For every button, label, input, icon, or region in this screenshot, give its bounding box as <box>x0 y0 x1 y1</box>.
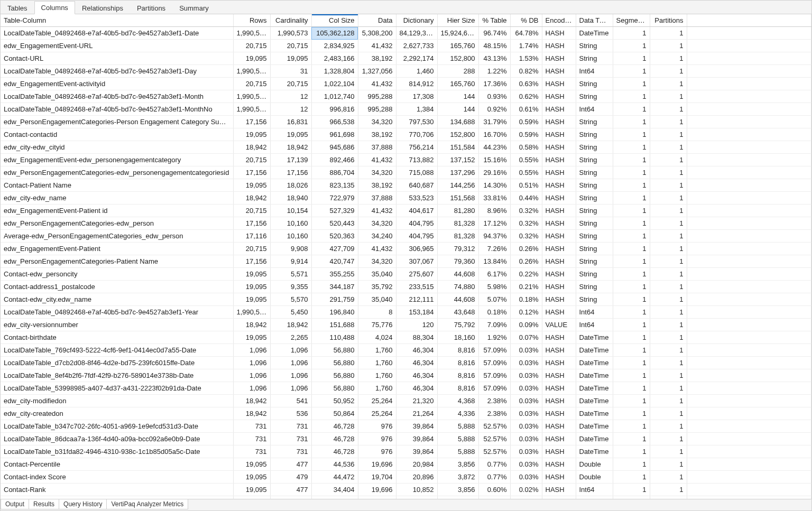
cell-data[interactable]: 38,192 <box>358 52 396 65</box>
cell-pdb[interactable]: 0.22% <box>510 268 542 281</box>
cell-card[interactable]: 19,095 <box>270 128 311 141</box>
cell-dt[interactable]: Int64 <box>576 306 613 319</box>
cell-dict[interactable]: 153,184 <box>396 306 437 319</box>
cell-part[interactable]: 1 <box>650 281 687 293</box>
cell-name[interactable]: LocalDateTable_86dcaa7a-136f-4d40-a09a-b… <box>1 433 233 445</box>
table-row[interactable]: Contact-edw_personcity19,0955,571355,255… <box>1 268 811 281</box>
cell-data[interactable]: 34,320 <box>358 217 396 230</box>
cell-dt[interactable]: String <box>576 90 613 103</box>
cell-data[interactable]: 1,327,056 <box>358 65 396 78</box>
cell-col_size[interactable]: 427,709 <box>311 243 358 255</box>
cell-dt[interactable]: String <box>576 293 613 306</box>
cell-part[interactable]: 1 <box>650 192 687 205</box>
table-row[interactable]: edw_EngagementEvent-activityid20,71520,7… <box>1 78 811 90</box>
cell-dict[interactable]: 1,460 <box>396 65 437 78</box>
cell-card[interactable]: 31 <box>270 65 311 78</box>
table-row[interactable]: Average-edw_PersonEngagementCategories_e… <box>1 230 811 243</box>
cell-hier[interactable]: 5,888 <box>437 445 478 458</box>
cell-rows[interactable]: 17,116 <box>233 230 270 243</box>
cell-card[interactable]: 731 <box>270 420 311 433</box>
cell-col_size[interactable]: 961,698 <box>311 128 358 141</box>
cell-dt[interactable]: String <box>576 40 613 52</box>
cell-enc[interactable]: HASH <box>542 40 576 52</box>
bottom-tab-query-history[interactable]: Query History <box>59 499 107 509</box>
cell-fill[interactable] <box>687 65 811 78</box>
cell-dt[interactable]: DateTime <box>576 331 613 344</box>
bottom-tab-results[interactable]: Results <box>29 499 59 509</box>
cell-name[interactable]: edw_city-edw_name <box>1 192 233 205</box>
cell-enc[interactable]: HASH <box>542 166 576 179</box>
cell-fill[interactable] <box>687 471 811 484</box>
cell-pdb[interactable]: 0.58% <box>510 141 542 154</box>
cell-col_size[interactable]: 291,759 <box>311 293 358 306</box>
cell-ptab[interactable]: 0.77% <box>478 458 510 471</box>
cell-card[interactable]: 479 <box>270 471 311 484</box>
cell-fill[interactable] <box>687 357 811 369</box>
table-row[interactable]: edw_city-edw_name18,94218,940722,97937,8… <box>1 192 811 205</box>
cell-rows[interactable]: 17,156 <box>233 217 270 230</box>
cell-part[interactable]: 1 <box>650 78 687 90</box>
cell-fill[interactable] <box>687 230 811 243</box>
cell-rows[interactable]: 1,990,573 <box>233 65 270 78</box>
cell-data[interactable]: 1,760 <box>358 357 396 369</box>
cell-card[interactable]: 731 <box>270 433 311 445</box>
cell-rows[interactable]: 1,990,573 <box>233 90 270 103</box>
cell-col_size[interactable]: 34,404 <box>311 484 358 496</box>
cell-part[interactable]: 1 <box>650 420 687 433</box>
cell-name[interactable]: Contact-contactid <box>1 128 233 141</box>
cell-dict[interactable]: 306,965 <box>396 243 437 255</box>
cell-dict[interactable]: 1,384 <box>396 103 437 116</box>
cell-part[interactable]: 1 <box>650 382 687 395</box>
cell-enc[interactable]: HASH <box>542 205 576 217</box>
cell-card[interactable]: 1,990,573 <box>270 27 311 40</box>
cell-pdb[interactable]: 0.03% <box>510 420 542 433</box>
cell-name[interactable]: LocalDateTable_04892468-e7af-40b5-bd7c-9… <box>1 90 233 103</box>
cell-card[interactable]: 18,942 <box>270 141 311 154</box>
cell-fill[interactable] <box>687 420 811 433</box>
cell-card[interactable]: 17,139 <box>270 154 311 166</box>
cell-enc[interactable]: HASH <box>542 128 576 141</box>
cell-ptab[interactable]: 43.13% <box>478 52 510 65</box>
cell-name[interactable]: Average-edw_PersonEngagementCategories_e… <box>1 230 233 243</box>
table-row[interactable]: Contact-birthdate19,0952,265110,4884,024… <box>1 331 811 344</box>
cell-seg[interactable]: 1 <box>613 306 650 319</box>
cell-data[interactable]: 5,308,200 <box>358 27 396 40</box>
cell-card[interactable]: 5,450 <box>270 306 311 319</box>
cell-pdb[interactable]: 0.32% <box>510 205 542 217</box>
cell-hier[interactable]: 8,816 <box>437 344 478 357</box>
cell-ptab[interactable]: 57.09% <box>478 344 510 357</box>
cell-hier[interactable]: 165,760 <box>437 78 478 90</box>
cell-ptab[interactable]: 57.09% <box>478 369 510 382</box>
header-partitions[interactable]: Partitions <box>650 14 687 27</box>
cell-fill[interactable] <box>687 205 811 217</box>
cell-name[interactable]: LocalDateTable_04892468-e7af-40b5-bd7c-9… <box>1 103 233 116</box>
cell-dt[interactable]: DateTime <box>576 27 613 40</box>
cell-card[interactable]: 9,355 <box>270 281 311 293</box>
cell-dt[interactable]: DateTime <box>576 407 613 420</box>
cell-pdb[interactable]: 0.62% <box>510 90 542 103</box>
cell-part[interactable]: 1 <box>650 205 687 217</box>
cell-fill[interactable] <box>687 141 811 154</box>
cell-ptab[interactable]: 0.77% <box>478 471 510 484</box>
header-data[interactable]: Data <box>358 14 396 27</box>
cell-pdb[interactable]: 0.03% <box>510 357 542 369</box>
cell-fill[interactable] <box>687 217 811 230</box>
cell-seg[interactable]: 1 <box>613 268 650 281</box>
table-row[interactable]: edw_PersonEngagementCategories-Patient N… <box>1 255 811 268</box>
cell-col_size[interactable]: 1,022,104 <box>311 78 358 90</box>
tab-partitions[interactable]: Partitions <box>130 2 172 14</box>
cell-col_size[interactable]: 886,704 <box>311 166 358 179</box>
cell-card[interactable]: 477 <box>270 484 311 496</box>
cell-col_size[interactable]: 1,012,740 <box>311 90 358 103</box>
cell-name[interactable]: edw_EngagementEvent-activityid <box>1 78 233 90</box>
cell-hier[interactable]: 3,872 <box>437 471 478 484</box>
cell-seg[interactable]: 1 <box>613 141 650 154</box>
cell-data[interactable]: 41,432 <box>358 40 396 52</box>
cell-fill[interactable] <box>687 369 811 382</box>
cell-card[interactable]: 1,096 <box>270 369 311 382</box>
cell-data[interactable]: 75,776 <box>358 319 396 331</box>
cell-dt[interactable]: String <box>576 179 613 192</box>
cell-fill[interactable] <box>687 293 811 306</box>
cell-fill[interactable] <box>687 484 811 496</box>
cell-dt[interactable]: DateTime <box>576 445 613 458</box>
